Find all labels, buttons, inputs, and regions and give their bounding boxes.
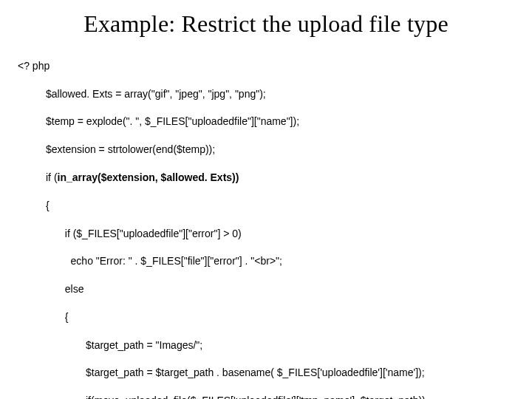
- code-line: <? php: [18, 59, 514, 73]
- code-line: if ($_FILES["uploadedfile"]["error"] > 0…: [18, 227, 514, 241]
- code-bold: in_array($extension, $allowed. Exts)): [58, 171, 239, 183]
- code-line: echo "Error: " . $_FILES["file"]["error"…: [18, 254, 514, 268]
- code-line: if (in_array($extension, $allowed. Exts)…: [18, 171, 514, 185]
- code-line: $allowed. Exts = array("gif", "jpeg", "j…: [18, 87, 514, 101]
- code-line: $target_path = "Images/";: [18, 338, 514, 352]
- code-block: <? php $allowed. Exts = array("gif", "jp…: [18, 45, 514, 399]
- code-line: {: [18, 199, 514, 213]
- code-line: {: [18, 310, 514, 324]
- code-line: if(move_uploaded_file($_FILES['uploadedf…: [18, 394, 514, 399]
- code-line: $target_path = $target_path . basename( …: [18, 366, 514, 380]
- code-line: $extension = strtolower(end($temp));: [18, 143, 514, 157]
- slide-title: Example: Restrict the upload file type: [18, 10, 514, 38]
- code-line: $temp = explode(". ", $_FILES["uploadedf…: [18, 115, 514, 129]
- code-text: if (: [46, 171, 58, 183]
- code-line: else: [18, 282, 514, 296]
- slide-container: Example: Restrict the upload file type <…: [0, 0, 532, 399]
